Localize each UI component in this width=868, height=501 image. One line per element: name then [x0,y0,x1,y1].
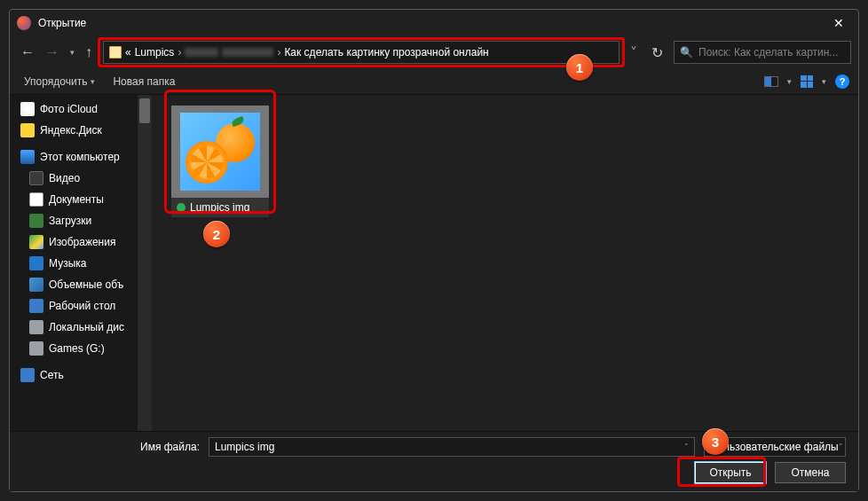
desktop-icon [29,299,43,313]
sidebar: Фото iCloud Яндекс.Диск Этот компьютер В… [10,95,152,431]
icloud-icon [20,102,35,116]
sync-ok-icon [177,203,185,212]
cancel-label: Отмена [791,466,829,479]
sidebar-item-label: Загрузки [49,215,91,227]
drive-icon [29,341,43,356]
new-folder-button[interactable]: Новая папка [107,72,180,91]
breadcrumb-sep-2: › [277,46,280,59]
sidebar-item-label: Музыка [49,257,86,270]
sidebar-item-3dobjects[interactable]: Объемные объ [10,274,152,295]
bottom-panel: Имя файла: Lumpics img ˅ Пользовательски… [10,431,858,491]
sidebar-item-desktop[interactable]: Рабочий стол [10,295,152,317]
chevron-down-icon[interactable]: ˅ [839,442,843,451]
sidebar-item-music[interactable]: Музыка [10,253,152,274]
preview-pane-dropdown[interactable]: ▾ [787,77,792,86]
view-mode-dropdown[interactable]: ▾ [822,77,826,86]
sidebar-item-label: Яндекс.Диск [40,124,102,137]
sidebar-item-label: Видео [49,172,80,184]
back-button[interactable]: ← [17,41,38,64]
sidebar-item-icloud[interactable]: Фото iCloud [10,98,152,120]
filetype-value: Пользовательские файлы [710,441,839,453]
sidebar-item-label: Объемные объ [49,278,123,291]
sidebar-item-label: Games (G:) [49,342,105,355]
downloads-icon [29,214,43,228]
sidebar-item-localdisk[interactable]: Локальный дис [10,317,152,338]
sidebar-item-documents[interactable]: Документы [10,189,152,210]
open-dialog: Открытие ✕ ← → ▾ ↑ « Lumpics › › Как сде… [9,9,859,492]
filename-value: Lumpics img [215,441,274,453]
objects3d-icon [29,278,43,292]
file-thumbnail [171,106,269,198]
sidebar-item-label: Этот компьютер [40,151,120,163]
sidebar-item-label: Фото iCloud [40,103,98,115]
body-area: Фото iCloud Яндекс.Диск Этот компьютер В… [10,95,858,431]
sidebar-item-videos[interactable]: Видео [10,168,152,189]
sidebar-item-label: Рабочий стол [49,300,115,312]
sidebar-item-label: Сеть [40,369,64,381]
close-button[interactable]: ✕ [826,12,851,34]
filetype-select[interactable]: Пользовательские файлы ˅ [704,437,846,457]
preview-pane-button[interactable] [764,76,778,87]
filename-input[interactable]: Lumpics img ˅ [209,437,695,457]
address-bar-wrap: « Lumpics › › Как сделать картинку прозр… [103,41,619,64]
search-placeholder: Поиск: Как сделать картин... [698,46,838,59]
organize-label: Упорядочить [24,75,87,88]
breadcrumb-part1[interactable]: Lumpics [135,46,175,59]
organize-button[interactable]: Упорядочить ▾ [19,72,100,91]
sidebar-scrollbar[interactable] [138,95,152,431]
chevron-down-icon: ▾ [91,77,95,86]
window-title: Открытие [38,17,826,29]
new-folder-label: Новая папка [113,75,175,88]
recent-dropdown[interactable]: ▾ [67,44,78,60]
yadisk-icon [20,123,35,137]
breadcrumb-prefix: « [125,46,131,59]
file-list[interactable]: Lumpics img [152,95,858,431]
sidebar-item-label: Документы [49,193,104,206]
sidebar-item-yadisk[interactable]: Яндекс.Диск [10,120,152,141]
sidebar-item-network[interactable]: Сеть [10,364,152,386]
help-button[interactable]: ? [835,74,849,89]
breadcrumb-redacted-2 [222,48,273,57]
titlebar: Открытие ✕ [10,10,858,36]
cancel-button[interactable]: Отмена [775,462,846,483]
breadcrumb-redacted-1 [185,48,218,57]
sidebar-item-thispc[interactable]: Этот компьютер [10,146,152,168]
chevron-down-icon[interactable]: ˅ [684,442,689,451]
nav-row: ← → ▾ ↑ « Lumpics › › Как сделать картин… [10,36,858,68]
open-label: Открыть [709,466,751,479]
view-mode-button[interactable] [801,75,813,88]
breadcrumb-sep: › [178,46,181,59]
open-button[interactable]: Открыть [695,462,766,483]
search-icon: 🔍 [680,46,693,59]
music-icon [29,256,43,270]
forward-button: → [42,41,63,64]
documents-icon [29,192,43,207]
search-input[interactable]: 🔍 Поиск: Как сделать картин... [674,41,851,64]
toolbar: Упорядочить ▾ Новая папка ▾ ▾ ? [10,68,858,95]
file-item[interactable]: Lumpics img [171,106,269,217]
pc-icon [20,150,35,164]
filename-label: Имя файла: [22,441,200,453]
sidebar-item-games[interactable]: Games (G:) [10,338,152,359]
address-history-dropdown[interactable]: ˅ [627,43,641,63]
video-icon [29,171,43,185]
network-icon [20,368,35,382]
sidebar-item-downloads[interactable]: Загрузки [10,210,152,231]
address-bar[interactable]: « Lumpics › › Как сделать картинку прозр… [103,41,619,64]
sidebar-item-pictures[interactable]: Изображения [10,231,152,253]
scrollbar-thumb[interactable] [139,98,150,123]
refresh-button[interactable]: ↻ [644,41,670,65]
app-icon [17,16,31,30]
breadcrumb-part2[interactable]: Как сделать картинку прозрачной онлайн [284,46,488,59]
sidebar-item-label: Локальный дис [49,321,124,333]
file-name: Lumpics img [190,201,249,214]
folder-icon [109,46,122,59]
pictures-icon [29,235,43,249]
drive-icon [29,320,43,334]
up-button[interactable]: ↑ [82,41,96,64]
sidebar-item-label: Изображения [49,236,115,248]
